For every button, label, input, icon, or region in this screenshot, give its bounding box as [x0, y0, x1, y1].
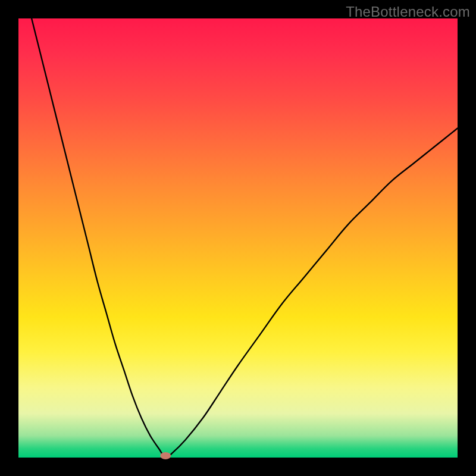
- bottleneck-curve-svg: [18, 18, 458, 458]
- bottleneck-curve: [18, 0, 458, 458]
- plot-area: [18, 18, 458, 458]
- minimum-marker: [160, 452, 171, 459]
- attribution-label: TheBottleneck.com: [346, 4, 470, 20]
- chart-frame: TheBottleneck.com: [0, 0, 476, 476]
